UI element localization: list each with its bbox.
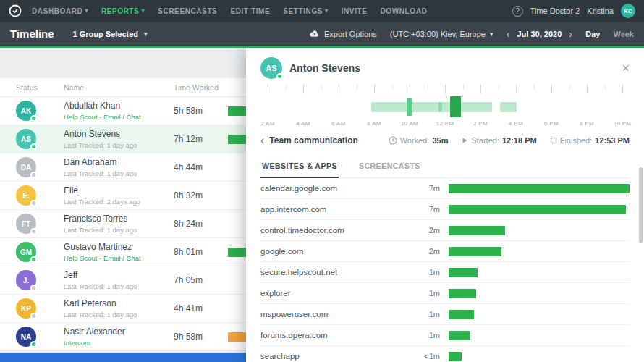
hour-tick	[374, 85, 375, 93]
next-day-button[interactable]: ›	[569, 28, 572, 39]
hour-label: 6 AM	[331, 120, 345, 127]
panel-tabs: WEBSITES & APPSSCREENCASTS	[260, 155, 630, 178]
website-row-secure-helpscout-net[interactable]: secure.helpscout.net1m	[260, 262, 630, 283]
previous-day-button[interactable]: ‹	[506, 28, 509, 39]
website-bar-track	[449, 289, 630, 298]
back-button[interactable]: ‹ Team communication	[260, 135, 358, 146]
current-user-avatar[interactable]: KC	[621, 4, 635, 18]
status-cell: FT	[16, 214, 64, 234]
user-name: Francisco Torres	[64, 214, 174, 224]
timeline-segment[interactable]	[371, 102, 407, 112]
user-avatar: DA	[16, 157, 36, 177]
website-row-control-timedoctor-com[interactable]: control.timedoctor.com2m	[260, 220, 630, 241]
day-timeline: 2 AM4 AM6 AM8 AM10 AM12 PM2 PM4 PM6 PM8 …	[260, 85, 630, 127]
timezone-selector[interactable]: (UTC +03:00) Kiev, Europe ▾	[390, 30, 493, 38]
nav-item-label: DASHBOARD	[32, 7, 82, 15]
website-bar-track	[449, 331, 630, 340]
user-subtitle: Last Tracked: 1 day ago	[64, 311, 174, 319]
name-cell: Francisco TorresLast Tracked: 1 day ago	[64, 214, 174, 234]
website-row-google-com[interactable]: google.com2m	[260, 241, 630, 262]
toolbar-right: Export Options (UTC +03:00) Kiev, Europe…	[309, 28, 634, 39]
timeline-segment[interactable]	[500, 102, 517, 112]
day-view-toggle[interactable]: Day	[585, 30, 600, 38]
group-selector[interactable]: 1 Group Selected ▾	[73, 30, 148, 38]
group-selector-label: 1 Group Selected	[73, 30, 138, 38]
website-bar-track	[449, 205, 630, 214]
nav-item-dashboard[interactable]: DASHBOARD▾	[32, 7, 88, 15]
chevron-down-icon: ▾	[490, 30, 493, 38]
status-cell: AS	[16, 129, 64, 149]
hour-tick	[268, 85, 268, 93]
timeline-segment[interactable]	[407, 98, 412, 116]
partial-row-highlight	[0, 353, 252, 362]
nav-item-screencasts[interactable]: SCREENCASTS	[158, 7, 217, 15]
timeline-segment[interactable]	[412, 102, 438, 112]
website-row-forums-opera-com[interactable]: forums.opera.com1m	[260, 325, 630, 346]
tab-websites-apps[interactable]: WEBSITES & APPS	[260, 155, 339, 178]
time-doctor-logo-icon[interactable]	[9, 4, 22, 17]
nav-item-invite[interactable]: INVITE	[342, 7, 368, 15]
hour-tick	[445, 85, 446, 93]
hour-tick	[428, 85, 428, 90]
tab-screencasts[interactable]: SCREENCASTS	[357, 155, 422, 177]
website-bar	[449, 184, 630, 193]
website-time: 2m	[411, 226, 440, 235]
export-options-label: Export Options	[324, 30, 377, 38]
website-time: 2m	[411, 247, 440, 256]
nav-item-reports[interactable]: REPORTS▾	[101, 7, 145, 15]
website-name: explorer	[260, 289, 411, 298]
hour-label: 8 PM	[580, 120, 594, 127]
close-icon[interactable]: ×	[622, 62, 630, 75]
panel-scrollbar[interactable]	[639, 167, 643, 243]
timeline-segment[interactable]	[450, 96, 461, 117]
column-header-name: Name	[64, 83, 174, 92]
website-bar	[449, 268, 478, 277]
timeline-segment[interactable]	[442, 102, 450, 112]
website-bar	[449, 352, 462, 361]
website-row-calendar-google-com[interactable]: calendar.google.com7m	[260, 178, 630, 199]
finished-label: Finished:	[560, 136, 593, 145]
status-dot	[30, 256, 37, 263]
website-bar	[449, 331, 470, 340]
week-view-toggle[interactable]: Week	[613, 30, 634, 38]
website-name: google.com	[260, 247, 411, 256]
hour-tick	[569, 85, 570, 90]
product-name: Time Doctor 2	[530, 7, 580, 15]
current-user-name[interactable]: Kristina	[587, 7, 614, 15]
website-row-searchapp[interactable]: searchapp<1m	[260, 346, 630, 362]
time-worked-cell: 8h 24m	[174, 219, 228, 229]
hour-label: 10 PM	[614, 120, 632, 127]
name-cell: Nasir AlexanderIntercom	[64, 327, 174, 347]
status-dot	[30, 228, 37, 235]
nav-item-download[interactable]: DOWNLOAD	[380, 7, 427, 15]
nav-item-settings[interactable]: SETTINGS▾	[283, 7, 328, 15]
hour-label: 4 AM	[296, 120, 310, 127]
status-cell: DA	[16, 157, 64, 177]
website-row-app-intercom-com[interactable]: app.intercom.com7m	[260, 199, 630, 220]
website-time: 1m	[411, 289, 440, 298]
panel-user-avatar: AS	[260, 57, 282, 79]
website-bar-track	[449, 352, 630, 361]
nav-item-label: EDIT TIME	[230, 7, 270, 15]
status-dot	[30, 172, 37, 178]
website-name: searchapp	[260, 352, 411, 361]
website-time: 7m	[411, 205, 440, 214]
website-row-mspoweruser-com[interactable]: mspoweruser.com1m	[260, 304, 630, 325]
website-bar	[449, 247, 501, 256]
hour-label: 10 AM	[401, 120, 418, 127]
website-bar	[449, 205, 626, 214]
nav-item-edit-time[interactable]: EDIT TIME	[230, 7, 270, 15]
website-row-explorer[interactable]: explorer1m	[260, 283, 630, 304]
time-worked-cell: 9h 58m	[174, 332, 228, 342]
column-header-status: Status	[16, 83, 64, 92]
status-cell: NA	[16, 327, 64, 347]
panel-user-initials: AS	[266, 64, 276, 72]
hour-tick	[499, 85, 499, 90]
user-avatar: NA	[16, 327, 36, 347]
timeline-segment[interactable]	[461, 102, 492, 112]
help-icon[interactable]: ?	[512, 6, 523, 17]
user-avatar: KP	[16, 298, 36, 319]
export-options-button[interactable]: Export Options	[309, 30, 377, 38]
date-label[interactable]: Jul 30, 2020	[517, 30, 562, 38]
website-name: calendar.google.com	[260, 184, 411, 193]
